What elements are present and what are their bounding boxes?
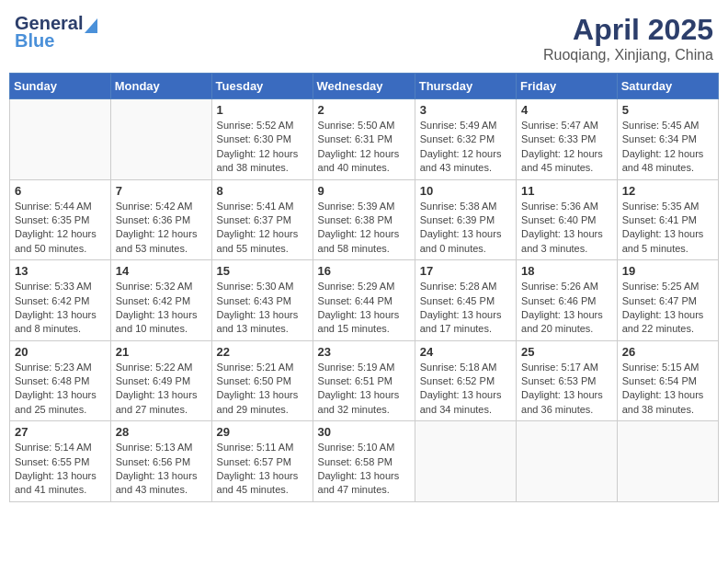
day-info: Sunrise: 5:39 AMSunset: 6:38 PMDaylight:… <box>318 200 410 257</box>
daylight-text: Daylight: 13 hours and 5 minutes. <box>622 227 713 256</box>
day-info: Sunrise: 5:45 AMSunset: 6:34 PMDaylight:… <box>622 119 713 176</box>
daylight-text: Daylight: 13 hours and 43 minutes. <box>116 469 207 498</box>
sunrise-text: Sunrise: 5:21 AM <box>217 361 308 374</box>
sunrise-text: Sunrise: 5:19 AM <box>318 361 410 374</box>
day-number: 25 <box>521 345 612 359</box>
sunset-text: Sunset: 6:58 PM <box>318 455 410 469</box>
sunset-text: Sunset: 6:56 PM <box>116 455 207 469</box>
sunset-text: Sunset: 6:38 PM <box>318 213 410 227</box>
day-number: 18 <box>521 264 612 278</box>
day-info: Sunrise: 5:10 AMSunset: 6:58 PMDaylight:… <box>318 441 410 498</box>
daylight-text: Daylight: 13 hours and 32 minutes. <box>318 388 410 417</box>
sunset-text: Sunset: 6:51 PM <box>318 374 410 388</box>
day-number: 29 <box>217 425 308 439</box>
day-info: Sunrise: 5:11 AMSunset: 6:57 PMDaylight:… <box>217 441 308 498</box>
sunrise-text: Sunrise: 5:32 AM <box>116 280 207 293</box>
sunrise-text: Sunrise: 5:30 AM <box>217 280 308 293</box>
month-title: April 2025 <box>543 13 713 47</box>
daylight-text: Daylight: 12 hours and 53 minutes. <box>116 227 207 256</box>
sunrise-text: Sunrise: 5:15 AM <box>622 361 713 374</box>
day-number: 6 <box>15 184 106 198</box>
day-info: Sunrise: 5:44 AMSunset: 6:35 PMDaylight:… <box>15 200 106 257</box>
calendar-table: SundayMondayTuesdayWednesdayThursdayFrid… <box>9 73 719 502</box>
calendar-cell: 19Sunrise: 5:25 AMSunset: 6:47 PMDayligh… <box>617 260 718 341</box>
location-title: Ruoqiang, Xinjiang, China <box>543 47 713 63</box>
sunrise-text: Sunrise: 5:14 AM <box>15 441 106 454</box>
sunrise-text: Sunrise: 5:36 AM <box>521 200 612 213</box>
day-number: 2 <box>318 103 410 117</box>
weekday-header: Friday <box>517 74 618 99</box>
sunrise-text: Sunrise: 5:42 AM <box>116 200 207 213</box>
header: General Blue April 2025 Ruoqiang, Xinjia… <box>9 9 719 67</box>
day-info: Sunrise: 5:35 AMSunset: 6:41 PMDaylight:… <box>622 200 713 257</box>
logo-blue-text: Blue <box>15 30 54 52</box>
calendar-cell <box>10 99 111 180</box>
day-info: Sunrise: 5:52 AMSunset: 6:30 PMDaylight:… <box>217 119 308 176</box>
sunset-text: Sunset: 6:57 PM <box>217 455 308 469</box>
day-number: 26 <box>622 345 713 359</box>
sunrise-text: Sunrise: 5:41 AM <box>217 200 308 213</box>
day-number: 12 <box>622 184 713 198</box>
day-info: Sunrise: 5:36 AMSunset: 6:40 PMDaylight:… <box>521 200 612 257</box>
calendar-cell <box>415 421 516 502</box>
day-info: Sunrise: 5:32 AMSunset: 6:42 PMDaylight:… <box>116 280 207 337</box>
sunset-text: Sunset: 6:52 PM <box>420 374 511 388</box>
day-number: 20 <box>15 345 106 359</box>
day-info: Sunrise: 5:15 AMSunset: 6:54 PMDaylight:… <box>622 361 713 418</box>
day-number: 11 <box>521 184 612 198</box>
weekday-header: Tuesday <box>211 74 313 99</box>
sunrise-text: Sunrise: 5:47 AM <box>521 119 612 132</box>
daylight-text: Daylight: 13 hours and 3 minutes. <box>521 227 612 256</box>
calendar-cell: 27Sunrise: 5:14 AMSunset: 6:55 PMDayligh… <box>10 421 111 502</box>
sunrise-text: Sunrise: 5:23 AM <box>15 361 106 374</box>
calendar-cell: 10Sunrise: 5:38 AMSunset: 6:39 PMDayligh… <box>415 179 516 260</box>
calendar-cell: 5Sunrise: 5:45 AMSunset: 6:34 PMDaylight… <box>617 99 718 180</box>
sunset-text: Sunset: 6:49 PM <box>116 374 207 388</box>
daylight-text: Daylight: 13 hours and 38 minutes. <box>622 388 713 417</box>
day-info: Sunrise: 5:23 AMSunset: 6:48 PMDaylight:… <box>15 361 106 418</box>
sunrise-text: Sunrise: 5:52 AM <box>217 119 308 132</box>
sunset-text: Sunset: 6:37 PM <box>217 213 308 227</box>
day-info: Sunrise: 5:33 AMSunset: 6:42 PMDaylight:… <box>15 280 106 337</box>
sunrise-text: Sunrise: 5:49 AM <box>420 119 511 132</box>
sunset-text: Sunset: 6:41 PM <box>622 213 713 227</box>
day-info: Sunrise: 5:42 AMSunset: 6:36 PMDaylight:… <box>116 200 207 257</box>
daylight-text: Daylight: 13 hours and 36 minutes. <box>521 388 612 417</box>
calendar-cell: 2Sunrise: 5:50 AMSunset: 6:31 PMDaylight… <box>313 99 415 180</box>
sunrise-text: Sunrise: 5:33 AM <box>15 280 106 293</box>
weekday-header: Wednesday <box>313 74 415 99</box>
day-info: Sunrise: 5:29 AMSunset: 6:44 PMDaylight:… <box>318 280 410 337</box>
daylight-text: Daylight: 13 hours and 13 minutes. <box>217 308 308 337</box>
day-info: Sunrise: 5:26 AMSunset: 6:46 PMDaylight:… <box>521 280 612 337</box>
sunrise-text: Sunrise: 5:45 AM <box>622 119 713 132</box>
daylight-text: Daylight: 13 hours and 27 minutes. <box>116 388 207 417</box>
sunset-text: Sunset: 6:40 PM <box>521 213 612 227</box>
calendar-cell: 21Sunrise: 5:22 AMSunset: 6:49 PMDayligh… <box>110 340 211 421</box>
weekday-header-row: SundayMondayTuesdayWednesdayThursdayFrid… <box>10 74 719 99</box>
title-area: April 2025 Ruoqiang, Xinjiang, China <box>543 13 713 63</box>
daylight-text: Daylight: 12 hours and 43 minutes. <box>420 147 511 176</box>
day-info: Sunrise: 5:41 AMSunset: 6:37 PMDaylight:… <box>217 200 308 257</box>
day-number: 27 <box>15 425 106 439</box>
daylight-text: Daylight: 13 hours and 20 minutes. <box>521 308 612 337</box>
sunset-text: Sunset: 6:35 PM <box>15 213 106 227</box>
calendar-cell: 17Sunrise: 5:28 AMSunset: 6:45 PMDayligh… <box>415 260 516 341</box>
day-number: 13 <box>15 264 106 278</box>
calendar-week-row: 20Sunrise: 5:23 AMSunset: 6:48 PMDayligh… <box>10 340 719 421</box>
sunset-text: Sunset: 6:46 PM <box>521 294 612 308</box>
sunset-text: Sunset: 6:30 PM <box>217 132 308 146</box>
day-info: Sunrise: 5:17 AMSunset: 6:53 PMDaylight:… <box>521 361 612 418</box>
day-number: 8 <box>217 184 308 198</box>
calendar-cell: 7Sunrise: 5:42 AMSunset: 6:36 PMDaylight… <box>110 179 211 260</box>
day-info: Sunrise: 5:30 AMSunset: 6:43 PMDaylight:… <box>217 280 308 337</box>
sunset-text: Sunset: 6:54 PM <box>622 374 713 388</box>
day-info: Sunrise: 5:22 AMSunset: 6:49 PMDaylight:… <box>116 361 207 418</box>
day-number: 24 <box>420 345 511 359</box>
logo: General Blue <box>15 13 97 52</box>
weekday-header: Monday <box>110 74 211 99</box>
sunset-text: Sunset: 6:43 PM <box>217 294 308 308</box>
sunrise-text: Sunrise: 5:13 AM <box>116 441 207 454</box>
calendar-cell: 9Sunrise: 5:39 AMSunset: 6:38 PMDaylight… <box>313 179 415 260</box>
sunrise-text: Sunrise: 5:39 AM <box>318 200 410 213</box>
calendar-week-row: 13Sunrise: 5:33 AMSunset: 6:42 PMDayligh… <box>10 260 719 341</box>
